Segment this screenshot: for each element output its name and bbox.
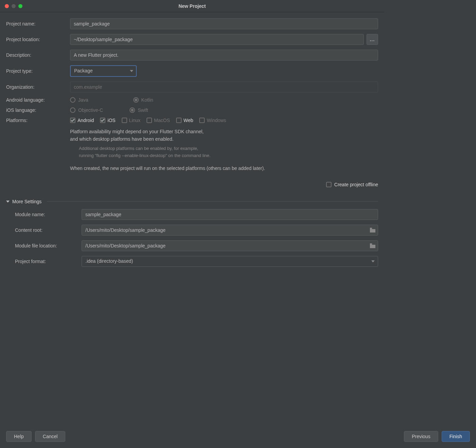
project-location-input[interactable]	[70, 34, 364, 45]
project-name-input[interactable]	[70, 18, 378, 29]
maximize-window-button[interactable]	[18, 4, 22, 8]
description-label: Description:	[6, 52, 67, 58]
chevron-down-icon	[6, 201, 10, 203]
platform-ios-checkbox: iOS	[100, 118, 115, 123]
android-lang-kotlin-radio: Kotlin	[133, 97, 153, 103]
ios-language-label: iOS language:	[6, 107, 67, 113]
create-offline-checkbox[interactable]	[326, 182, 332, 187]
platform-android-checkbox: Android	[70, 118, 94, 123]
platform-label: MacOS	[154, 118, 170, 123]
folder-icon[interactable]	[370, 243, 375, 248]
platforms-label: Platforms:	[6, 118, 67, 123]
description-input[interactable]	[70, 50, 378, 61]
info-subtext: running "flutter config --enable-linux-d…	[79, 152, 378, 159]
project-type-label: Project type:	[6, 68, 67, 74]
window-title: New Project	[178, 3, 206, 9]
create-offline-label: Create project offline	[334, 182, 378, 187]
project-format-select[interactable]: .idea (directory-based)	[82, 256, 378, 267]
checkbox-icon	[147, 118, 152, 123]
minimize-window-button[interactable]	[12, 4, 16, 8]
more-settings-label: More Settings	[12, 199, 41, 204]
platform-label: Linux	[129, 118, 140, 123]
ios-lang-objc-radio: Objective-C	[70, 107, 103, 113]
android-language-label: Android language:	[6, 97, 67, 103]
info-subtext: Additional desktop platforms can be enab…	[79, 145, 378, 152]
project-type-select[interactable]: Package	[70, 65, 137, 77]
info-text: Platform availability might depend on yo…	[70, 128, 378, 135]
android-lang-java-radio: Java	[70, 97, 88, 103]
titlebar: New Project	[0, 0, 384, 12]
radio-icon	[70, 107, 75, 113]
module-name-input[interactable]	[82, 209, 378, 220]
content-root-label: Content root:	[6, 227, 79, 233]
content-root-input[interactable]	[82, 225, 378, 236]
folder-icon[interactable]	[370, 228, 375, 232]
platform-linux-checkbox: Linux	[122, 118, 140, 123]
platform-label: iOS	[107, 118, 115, 123]
platform-windows-checkbox: Windows	[199, 118, 226, 123]
organization-input	[70, 82, 378, 92]
platform-label: Windows	[207, 118, 226, 123]
checkbox-icon	[100, 118, 105, 123]
module-name-label: Module name:	[6, 212, 79, 217]
platform-label: Android	[78, 118, 94, 123]
project-location-label: Project location:	[6, 37, 67, 42]
platform-label: Web	[184, 118, 193, 123]
more-settings-toggle[interactable]: More Settings	[6, 199, 378, 204]
platform-web-checkbox: Web	[176, 118, 193, 123]
traffic-lights	[5, 4, 22, 8]
checkbox-icon	[122, 118, 127, 123]
checkbox-icon	[199, 118, 205, 123]
project-name-label: Project name:	[6, 21, 67, 27]
radio-checked-icon	[130, 107, 135, 113]
browse-location-button[interactable]: ...	[367, 34, 378, 45]
info-text: When created, the new project will run o…	[70, 165, 378, 172]
platform-macos-checkbox: MacOS	[147, 118, 170, 123]
organization-label: Organization:	[6, 84, 67, 90]
module-file-location-label: Module file location:	[6, 243, 79, 248]
ios-lang-swift-radio: Swift	[130, 107, 148, 113]
radio-checked-icon	[133, 97, 139, 103]
info-text: and which desktop platforms have been en…	[70, 135, 378, 143]
radio-icon	[70, 97, 75, 103]
checkbox-icon	[176, 118, 182, 123]
module-file-location-input[interactable]	[82, 240, 378, 251]
close-window-button[interactable]	[5, 4, 9, 8]
checkbox-icon	[70, 118, 75, 123]
project-format-label: Project format:	[6, 259, 79, 264]
